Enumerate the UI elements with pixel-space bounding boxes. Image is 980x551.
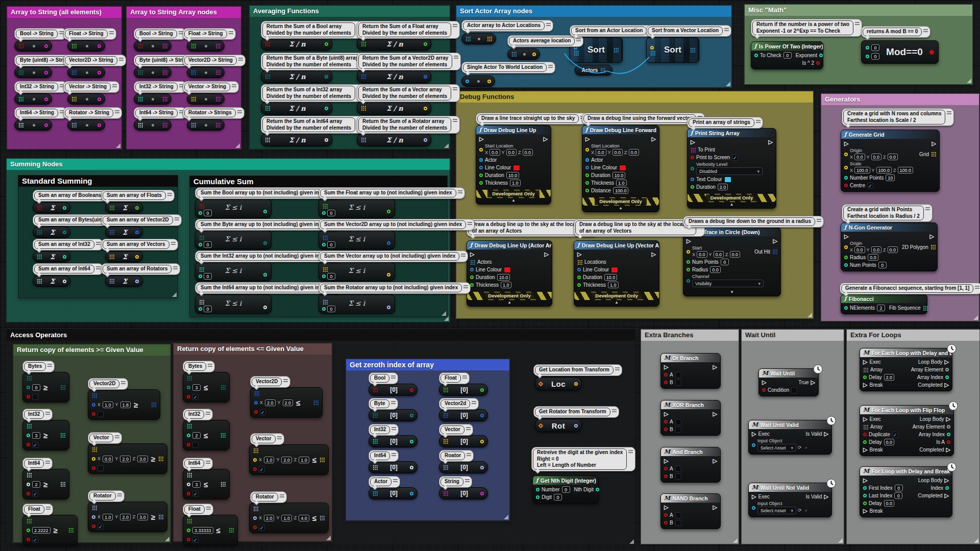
input-pin[interactable]: [361, 106, 366, 111]
node-header[interactable]: MNAND Branch: [661, 494, 720, 503]
exec-pin[interactable]: ▷: [713, 458, 717, 464]
dropdown[interactable]: Visibility▾: [692, 280, 764, 287]
node-cumulative-sum[interactable]: 0Σ ≤ i: [195, 198, 272, 218]
node-convert[interactable]: [67, 93, 105, 105]
resize-handle[interactable]: [807, 313, 812, 317]
input-pin[interactable]: [361, 74, 366, 79]
node-is-power-of-two-integer[interactable]: ƒIs Power Of Two (Integer)To Check0Expon…: [751, 41, 823, 69]
output-pin[interactable]: [387, 306, 390, 309]
value-field[interactable]: 10.0: [612, 172, 626, 179]
node-convert[interactable]: [67, 40, 105, 52]
checkbox[interactable]: ✓: [259, 524, 265, 531]
bubble-pin-icon[interactable]: [855, 22, 860, 26]
asset-picker-icons[interactable]: ⟳ ⌕: [798, 508, 808, 513]
bubble-pin-icon[interactable]: [112, 84, 117, 88]
array-input-pin[interactable]: [27, 423, 32, 429]
exec-pin[interactable]: ▷: [545, 252, 549, 257]
value-field[interactable]: 10: [886, 174, 895, 181]
value-field[interactable]: 0.0: [871, 246, 882, 253]
pin[interactable]: [664, 420, 668, 423]
node-header[interactable]: ƒGenerate Grid: [841, 130, 939, 139]
output-pin[interactable]: [135, 255, 139, 259]
array-output-pin[interactable]: [320, 457, 325, 462]
value-field[interactable]: 1.0: [264, 457, 274, 463]
pin[interactable]: [844, 176, 848, 180]
checkbox[interactable]: [97, 465, 104, 471]
output-pin[interactable]: [135, 206, 139, 210]
node-filter-lte[interactable]: X2.0Y2.0≤✓: [250, 387, 323, 418]
expand-chevron-icon[interactable]: ▴: [574, 300, 659, 306]
output-pin[interactable]: [215, 70, 220, 75]
node-0[interactable]: [0]: [439, 435, 488, 447]
dropdown[interactable]: Select Asset▾: [757, 507, 796, 514]
input-pin[interactable]: [443, 413, 448, 418]
value-field[interactable]: 0: [895, 485, 903, 491]
array-pin[interactable]: [863, 424, 868, 430]
exec-pin[interactable]: ▷: [844, 234, 848, 239]
checkbox[interactable]: ✓: [32, 537, 38, 543]
node-header[interactable]: ƒIs Power Of Two (Integer): [751, 42, 823, 51]
pin[interactable]: [844, 306, 848, 310]
pin[interactable]: [863, 486, 867, 490]
pin[interactable]: [585, 189, 589, 192]
array-input-pin[interactable]: [187, 472, 192, 478]
exec-pin[interactable]: ▷: [769, 139, 773, 145]
array-input-pin[interactable]: [92, 447, 97, 452]
array-pin[interactable]: [691, 147, 696, 153]
checkbox[interactable]: ✓: [97, 523, 104, 530]
value-field[interactable]: 3.33333: [192, 527, 213, 534]
expand-chevron-icon[interactable]: ▴: [688, 202, 776, 208]
comment-title[interactable]: Generators: [821, 94, 979, 105]
index-pin[interactable]: [199, 211, 202, 215]
input-pin[interactable]: [538, 423, 544, 428]
array-input-pin[interactable]: [27, 518, 32, 523]
checkbox[interactable]: ✓: [32, 491, 38, 497]
array-output-pin[interactable]: [320, 515, 325, 520]
pin[interactable]: [863, 494, 867, 497]
node-header[interactable]: MXOR Branch: [661, 400, 720, 409]
node-filter-lte[interactable]: 3≤✓: [183, 469, 230, 499]
node-cumulative-sum[interactable]: 0Σ ≤ i: [318, 198, 395, 218]
resize-handle[interactable]: [235, 143, 240, 148]
output-pin[interactable]: [574, 424, 578, 428]
bool-pin[interactable]: [27, 492, 30, 495]
pin[interactable]: [664, 428, 668, 431]
array-input-pin[interactable]: [254, 391, 259, 396]
exec-pin[interactable]: ▷: [691, 139, 695, 145]
value-field[interactable]: 1.0: [510, 180, 521, 186]
exec-pin[interactable]: ▷: [946, 447, 950, 453]
array-input-pin[interactable]: [92, 393, 97, 398]
value-pin[interactable]: [92, 403, 95, 407]
output-pin[interactable]: [263, 306, 267, 309]
comment-title[interactable]: Standard Summing: [18, 176, 178, 187]
node-convert[interactable]: [134, 119, 172, 131]
bubble-pin-icon[interactable]: [229, 31, 233, 35]
bool-pin[interactable]: [27, 443, 30, 446]
bubble-pin-icon[interactable]: [947, 111, 951, 115]
bubble-pin-icon[interactable]: [109, 31, 114, 35]
node-header[interactable]: ƒDraw Debug Line Up (Actor Array): [467, 241, 552, 249]
index-pin[interactable]: [199, 274, 202, 278]
pin[interactable]: [577, 268, 581, 271]
node-line-trace-in-circle-down[interactable]: ƒLine Trace in Circle (Down)▷▷StartX0.0Y…: [683, 227, 781, 296]
input-pin[interactable]: [191, 96, 196, 102]
array-pin[interactable]: [577, 260, 582, 265]
output-pin[interactable]: [97, 44, 101, 48]
node-cumulative-sum[interactable]: 0Σ ≤ i: [195, 230, 272, 249]
node-filter-gte[interactable]: X1.0Y2.0Z3.0≥✓: [88, 502, 167, 532]
value-field[interactable]: 0.0: [629, 149, 640, 156]
value-field[interactable]: 0.0: [506, 149, 517, 156]
bubble-pin-icon[interactable]: [612, 409, 617, 413]
bubble-pin-icon[interactable]: [756, 120, 761, 124]
pin[interactable]: [819, 54, 823, 57]
node-[interactable]: Σ: [33, 251, 70, 262]
array-input-pin[interactable]: [187, 423, 192, 429]
color-swatch[interactable]: [619, 165, 626, 171]
array-output-pin[interactable]: [229, 528, 234, 533]
value-pin[interactable]: [187, 529, 190, 532]
node-0[interactable]: [0]: [439, 461, 488, 473]
array-input-pin[interactable]: [187, 375, 192, 381]
node-filter-gte[interactable]: 2≥✓: [22, 469, 69, 499]
pin[interactable]: [691, 167, 694, 170]
index-pin[interactable]: [322, 307, 326, 311]
